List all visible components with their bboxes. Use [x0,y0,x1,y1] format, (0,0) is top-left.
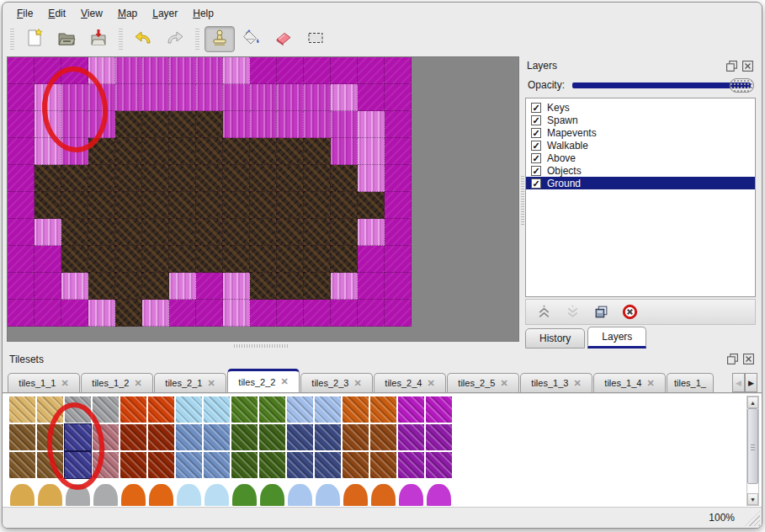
map-tile[interactable] [385,192,412,219]
tileset-tile[interactable] [397,423,425,451]
map-tile[interactable] [61,57,88,84]
tileset-tile[interactable] [92,479,120,507]
tileset-tab-tiles_2_2[interactable]: tiles_2_2✕ [227,369,300,392]
tileset-tile[interactable] [286,479,314,507]
map-tile[interactable] [88,165,115,192]
map-tile[interactable] [331,165,358,192]
tileset-tile[interactable] [258,396,286,423]
map-tile[interactable] [277,165,304,192]
map-tile[interactable] [142,165,169,192]
map-tile[interactable] [8,246,35,273]
map-tile[interactable] [169,300,196,327]
map-tile[interactable] [358,138,385,165]
map-tile[interactable] [304,84,331,111]
tileset-view[interactable]: ▲ ▼ [3,393,762,508]
tileset-tile[interactable] [203,423,231,451]
map-tile[interactable] [358,246,385,273]
map-tile[interactable] [304,165,331,192]
layer-row[interactable]: ✓Mapevents [526,126,755,139]
tileset-tile[interactable] [64,479,92,507]
opacity-slider[interactable] [572,78,754,93]
map-tile[interactable] [196,192,223,219]
map-tile[interactable] [223,219,250,246]
tileset-tile[interactable] [8,423,36,451]
tileset-tile[interactable] [286,396,314,423]
tab-layers[interactable]: Layers [587,327,646,348]
map-tile[interactable] [331,84,358,111]
map-tile[interactable] [142,246,169,273]
tab-close-icon[interactable]: ✕ [646,378,654,389]
tileset-tile[interactable] [342,423,369,451]
tileset-tile[interactable] [231,479,258,507]
duplicate-layer-button[interactable] [592,303,610,322]
map-tile[interactable] [223,192,250,219]
tileset-tile[interactable] [397,479,425,507]
toolbar-grip[interactable] [10,29,14,51]
map-tile[interactable] [35,273,61,300]
layer-row[interactable]: ✓Walkable [526,139,755,152]
map-tile[interactable] [88,84,115,111]
map-tile[interactable] [35,165,61,192]
map-tile[interactable] [223,84,250,111]
tileset-tab-tiles_2_5[interactable]: tiles_2_5✕ [447,373,519,392]
map-tile[interactable] [8,111,35,138]
map-tile[interactable] [196,111,223,138]
map-tile[interactable] [277,219,304,246]
map-tile[interactable] [304,300,331,327]
map-tile[interactable] [35,192,61,219]
layer-checkbox[interactable]: ✓ [531,128,541,138]
map-tile[interactable] [331,273,358,300]
menu-map[interactable]: Map [110,4,145,23]
map-tile[interactable] [250,300,277,327]
map-tile[interactable] [88,273,115,300]
map-tile[interactable] [61,273,88,300]
map-tile[interactable] [35,246,61,273]
tileset-tile[interactable] [36,423,64,451]
map-tile[interactable] [385,84,412,111]
tab-close-icon[interactable]: ✕ [280,376,288,387]
map-tile[interactable] [196,57,223,84]
tileset-tile[interactable] [314,479,342,507]
tileset-tile[interactable] [175,396,203,423]
tileset-tile[interactable] [342,396,369,423]
map-tile[interactable] [142,84,169,111]
map-tile[interactable] [196,273,223,300]
map-tile[interactable] [8,138,35,165]
scrollbar-thumb[interactable] [747,408,758,484]
tileset-tile[interactable] [92,451,120,479]
map-tile[interactable] [196,246,223,273]
tileset-tile[interactable] [314,423,342,451]
map-tile[interactable] [8,84,35,111]
map-tile[interactable] [385,300,412,327]
map-tile[interactable] [331,138,358,165]
lower-layer-button[interactable] [563,303,582,322]
map-tile[interactable] [142,300,169,327]
map-tile[interactable] [169,273,196,300]
float-panel-icon[interactable] [726,353,739,365]
menu-edit[interactable]: Edit [40,4,73,23]
map-tile[interactable] [331,192,358,219]
map-tile[interactable] [61,84,88,111]
tileset-tile[interactable] [36,479,64,507]
map-tile[interactable] [169,111,196,138]
map-tile[interactable] [385,246,412,273]
map-tile[interactable] [385,273,412,300]
map-tile[interactable] [35,57,61,84]
map-tile[interactable] [142,192,169,219]
map-view[interactable] [7,56,519,342]
map-tile[interactable] [223,165,250,192]
tileset-tile[interactable] [92,423,120,451]
map-tile[interactable] [169,219,196,246]
map-tile[interactable] [115,273,142,300]
map-tile[interactable] [385,165,412,192]
new-file-button[interactable] [19,26,50,52]
layer-checkbox[interactable]: ✓ [531,115,541,125]
map-tile[interactable] [331,111,358,138]
map-tile[interactable] [115,84,142,111]
layer-checkbox[interactable]: ✓ [531,141,541,151]
map-tile[interactable] [61,246,88,273]
map-tile[interactable] [250,273,277,300]
map-tile[interactable] [223,57,250,84]
map-tile[interactable] [61,300,88,327]
map-tile[interactable] [277,111,304,138]
